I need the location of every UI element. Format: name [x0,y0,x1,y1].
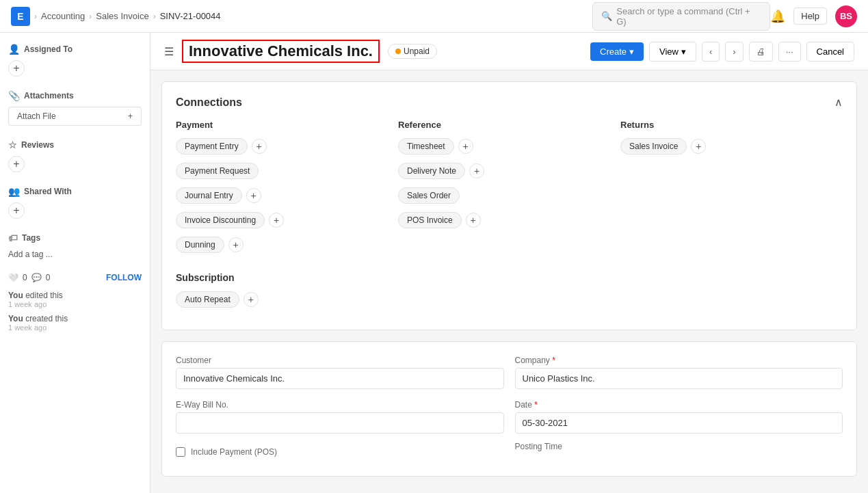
search-bar[interactable]: 🔍 Search or type a command (Ctrl + G) [592,2,770,31]
reference-col-title: Reference [398,120,620,130]
sidebar-attachments: 📎 Attachments Attach File + [8,90,142,126]
breadcrumb-accounting[interactable]: Accounting [41,11,85,21]
returns-column: Returns Sales Invoice + [620,120,843,261]
heart-icon: 🤍 [8,273,18,282]
search-placeholder: Search or type a command (Ctrl + G) [616,6,761,27]
subscription-title: Subscription [176,272,843,283]
prev-button[interactable]: ‹ [702,42,720,62]
edited-text: edited this [25,291,63,300]
conn-delivery-note: Delivery Note + [398,163,620,179]
likes-count: 0 [23,273,27,282]
date-input[interactable] [515,412,843,434]
add-invoice-discounting-button[interactable]: + [269,213,284,228]
next-button[interactable]: › [725,42,743,62]
reviews-icon: ☆ [8,139,17,150]
timesheet-pill[interactable]: Timesheet [398,138,454,155]
status-badge: Unpaid [388,44,437,59]
add-timesheet-button[interactable]: + [458,139,473,154]
sales-order-pill[interactable]: Sales Order [398,187,460,204]
add-journal-entry-button[interactable]: + [246,188,261,203]
connections-header: Connections ∧ [176,96,843,109]
status-dot [395,49,401,54]
add-assigned-button[interactable]: + [8,60,25,77]
sidebar-tags: 🏷 Tags Add a tag ... [8,232,142,259]
sales-invoice-return-pill[interactable]: Sales Invoice [620,138,687,155]
topbar-right: 🔔 Help BS [770,5,857,27]
payment-request-pill[interactable]: Payment Request [176,163,259,179]
sidebar: 👤 Assigned To + 📎 Attachments Attach Fil… [0,33,150,493]
conn-sales-invoice-return: Sales Invoice + [620,138,843,155]
topbar-left: E › Accounting › Sales Invoice › SINV-21… [11,7,592,26]
company-input[interactable] [515,368,843,389]
notification-button[interactable]: 🔔 [770,9,785,24]
add-review-button[interactable]: + [8,156,25,172]
assigned-to-icon: 👤 [8,44,20,55]
conn-dunning: Dunning + [176,237,398,253]
reviews-label: Reviews [21,140,54,150]
customer-input[interactable] [176,368,504,389]
auto-repeat-pill[interactable]: Auto Repeat [176,291,239,308]
document-title: Innovative Chemicals Inc. [182,40,380,63]
create-button[interactable]: Create ▾ [590,42,644,61]
shared-with-label: Shared With [24,187,72,196]
include-payment-checkbox[interactable] [176,447,185,457]
connections-title: Connections [176,96,242,109]
sidebar-shared-with: 👥 Shared With + [8,186,142,219]
add-shared-button[interactable]: + [8,202,25,219]
attach-file-button[interactable]: Attach File + [8,107,142,126]
created-text: created this [25,314,68,323]
print-button[interactable]: 🖨 [749,42,773,62]
add-pos-invoice-button[interactable]: + [466,213,481,228]
add-tag-link[interactable]: Add a tag ... [8,250,53,259]
breadcrumb-current: SINV-21-00044 [160,11,221,21]
create-label: Create [600,46,627,57]
eway-input[interactable] [176,412,504,434]
doc-header-right: Create ▾ View ▾ ‹ › 🖨 ··· Cancel [590,42,854,62]
add-delivery-note-button[interactable]: + [469,163,484,178]
topbar: E › Accounting › Sales Invoice › SINV-21… [0,0,868,33]
payment-column: Payment Payment Entry + Payment Request … [176,120,398,261]
conn-sales-order: Sales Order [398,187,620,204]
eway-label: E-Way Bill No. [176,400,504,410]
view-chevron-icon: ▾ [681,46,686,57]
app-icon: E [11,7,30,26]
pos-invoice-pill[interactable]: POS Invoice [398,212,462,228]
attach-file-label: Attach File [17,111,56,121]
payment-entry-pill[interactable]: Payment Entry [176,138,248,155]
search-icon: 🔍 [601,11,612,21]
add-payment-entry-button[interactable]: + [252,139,267,154]
breadcrumb-sep-3: › [153,12,156,21]
help-button[interactable]: Help [793,8,827,25]
company-group: Company * [515,356,843,389]
avatar[interactable]: BS [835,5,857,27]
journal-entry-pill[interactable]: Journal Entry [176,187,242,204]
conn-auto-repeat: Auto Repeat + [176,291,843,308]
created-activity: You created this 1 week ago [8,314,142,332]
comments-count: 0 [46,273,51,282]
doc-header-left: ☰ Innovative Chemicals Inc. Unpaid [164,40,437,63]
connections-toggle-button[interactable]: ∧ [834,96,843,109]
created-time: 1 week ago [8,323,142,332]
invoice-discounting-pill[interactable]: Invoice Discounting [176,212,265,228]
date-group: Date * [515,400,843,434]
hamburger-button[interactable]: ☰ [164,45,174,58]
dunning-pill[interactable]: Dunning [176,237,224,253]
view-label: View [659,46,679,57]
assigned-to-title: 👤 Assigned To [8,44,142,55]
add-sales-invoice-return-button[interactable]: + [691,139,706,154]
more-options-button[interactable]: ··· [778,42,801,62]
view-button[interactable]: View ▾ [649,42,696,62]
form-grid: Customer Company * E-Way Bill No. Date * [176,356,843,434]
connections-grid: Payment Payment Entry + Payment Request … [176,120,843,261]
follow-button[interactable]: FOLLOW [106,273,142,282]
document-header: ☰ Innovative Chemicals Inc. Unpaid Creat… [150,33,868,70]
shared-with-title: 👥 Shared With [8,186,142,197]
attachments-label: Attachments [24,91,74,101]
add-auto-repeat-button[interactable]: + [244,292,259,307]
add-dunning-button[interactable]: + [228,237,244,252]
payment-col-title: Payment [176,120,398,130]
delivery-note-pill[interactable]: Delivery Note [398,163,465,179]
breadcrumb-sales-invoice[interactable]: Sales Invoice [96,11,148,21]
cancel-button[interactable]: Cancel [806,42,854,62]
form-card: Customer Company * E-Way Bill No. Date * [161,341,857,477]
